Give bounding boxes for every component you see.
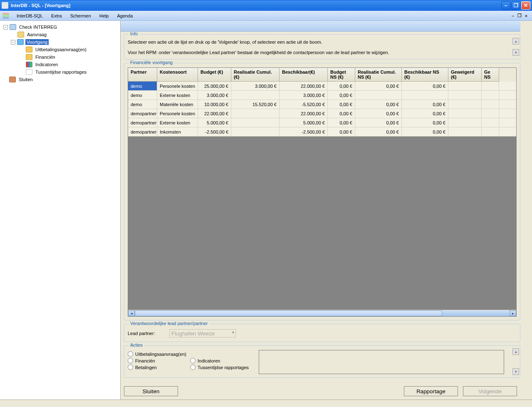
table-cell[interactable]: Personele kosten xyxy=(157,109,198,118)
table-cell[interactable]: 0,00 € xyxy=(328,127,355,136)
tree-node-root[interactable]: − Check INTERREG xyxy=(2,23,119,31)
tree-node-aanvraag[interactable]: Aanvraag xyxy=(2,31,119,38)
scroll-down-icon[interactable]: ▾ xyxy=(512,49,519,56)
radio-financien[interactable]: Financiën xyxy=(128,358,190,363)
table-cell[interactable]: Personele kosten xyxy=(157,82,198,90)
table-cell[interactable]: 0,00 € xyxy=(402,127,448,136)
table-cell[interactable] xyxy=(448,118,482,127)
table-cell[interactable]: 22.000,00 € xyxy=(280,82,328,90)
tree-node-indicatoren[interactable]: Indicatoren xyxy=(2,61,119,68)
menu-interdbsql[interactable]: InterDB-SQL xyxy=(12,12,47,20)
table-cell[interactable]: 0,00 € xyxy=(328,109,355,118)
navigation-tree[interactable]: − Check INTERREG Aanvraag − Voortgang Ui… xyxy=(0,21,121,400)
data-grid[interactable]: Partner Kostensoort Budget (€) Realisati… xyxy=(128,67,517,317)
table-cell[interactable]: -2.500,00 € xyxy=(198,127,231,136)
table-cell[interactable]: 10.000,00 € xyxy=(198,100,231,109)
table-cell[interactable]: demo xyxy=(128,91,157,99)
col-beschikbaar-ns[interactable]: Beschikbaar NS (€) xyxy=(402,68,448,82)
table-cell[interactable] xyxy=(231,109,280,118)
table-cell[interactable]: 0,00 € xyxy=(402,100,448,109)
table-cell[interactable] xyxy=(482,91,499,99)
table-cell[interactable]: 5.000,00 € xyxy=(198,118,231,127)
table-cell[interactable] xyxy=(231,91,280,99)
menu-help[interactable]: Help xyxy=(95,12,113,20)
table-cell[interactable]: 0,00 € xyxy=(328,82,355,90)
table-cell[interactable]: demo xyxy=(128,82,157,90)
table-cell[interactable]: -5.520,00 € xyxy=(280,100,328,109)
table-row[interactable]: demoExterne kosten3.000,00 €3.000,00 €0,… xyxy=(128,91,516,100)
table-cell[interactable]: demo xyxy=(128,100,157,109)
grid-hscrollbar[interactable]: ◂ ▸ xyxy=(128,310,516,316)
col-budget-ns[interactable]: Budget NS (€) xyxy=(328,68,355,82)
table-cell[interactable] xyxy=(482,109,499,118)
table-cell[interactable]: 0,00 € xyxy=(355,109,402,118)
table-cell[interactable] xyxy=(448,82,482,90)
col-beschikbaar[interactable]: Beschikbaar(€) xyxy=(280,68,328,82)
table-cell[interactable] xyxy=(402,91,448,99)
mdi-close[interactable]: × xyxy=(523,13,530,18)
col-kostensoort[interactable]: Kostensoort xyxy=(157,68,198,82)
col-realisatie-cumul[interactable]: Realisatie Cumul. (€) xyxy=(231,68,280,82)
table-cell[interactable] xyxy=(482,127,499,136)
scroll-thumb[interactable] xyxy=(135,310,442,316)
table-cell[interactable] xyxy=(482,100,499,109)
table-cell[interactable]: Externe kosten xyxy=(157,118,198,127)
table-cell[interactable]: 3.000,00 € xyxy=(198,91,231,99)
acties-scrollbar[interactable]: ▴ ▾ xyxy=(512,348,519,375)
expander-icon[interactable]: − xyxy=(11,40,15,45)
table-cell[interactable] xyxy=(355,91,402,99)
radio-input[interactable] xyxy=(190,365,195,370)
table-row[interactable]: demopartnerExterne kosten5.000,00 €5.000… xyxy=(128,118,516,127)
table-cell[interactable] xyxy=(448,100,482,109)
window-maximize-button[interactable]: ❐ xyxy=(511,1,520,10)
table-row[interactable]: demopartnerPersonele kosten22.000,00 €22… xyxy=(128,109,516,118)
table-cell[interactable]: 0,00 € xyxy=(402,118,448,127)
table-cell[interactable]: 0,00 € xyxy=(355,100,402,109)
radio-input[interactable] xyxy=(128,365,133,370)
scroll-up-icon[interactable]: ▴ xyxy=(512,38,519,45)
radio-betalingen[interactable]: Betalingen xyxy=(128,365,190,370)
table-cell[interactable]: 15.520,00 € xyxy=(231,100,280,109)
table-cell[interactable] xyxy=(448,109,482,118)
tree-node-sluiten[interactable]: Sluiten xyxy=(2,76,119,83)
tree-node-voortgang[interactable]: − Voortgang xyxy=(2,38,119,46)
col-geweigerd[interactable]: Geweigerd (€) xyxy=(448,68,482,82)
table-row[interactable]: demoPersonele kosten25.000,00 €3.000,00 … xyxy=(128,82,516,91)
table-cell[interactable]: 0,00 € xyxy=(355,127,402,136)
radio-input[interactable] xyxy=(128,351,133,357)
table-cell[interactable]: 3.000,00 € xyxy=(280,91,328,99)
table-cell[interactable] xyxy=(482,118,499,127)
radio-indicatoren[interactable]: Indicatoren xyxy=(190,358,259,363)
radio-input[interactable] xyxy=(128,358,133,363)
table-cell[interactable]: 0,00 € xyxy=(402,109,448,118)
scroll-down-icon[interactable]: ▾ xyxy=(512,368,519,375)
table-cell[interactable]: 3.000,00 € xyxy=(231,82,280,90)
scroll-up-icon[interactable]: ▴ xyxy=(512,348,519,355)
table-cell[interactable]: 0,00 € xyxy=(355,82,402,90)
table-cell[interactable]: 25.000,00 € xyxy=(198,82,231,90)
table-cell[interactable] xyxy=(231,127,280,136)
expander-icon[interactable]: − xyxy=(3,25,8,30)
scroll-right-icon[interactable]: ▸ xyxy=(510,310,516,316)
info-scrollbar[interactable]: ▴ ▾ xyxy=(512,38,519,56)
scroll-track[interactable] xyxy=(135,310,510,316)
table-cell[interactable]: 5.000,00 € xyxy=(280,118,328,127)
table-cell[interactable] xyxy=(448,91,482,99)
table-cell[interactable]: Externe kosten xyxy=(157,91,198,99)
col-budget[interactable]: Budget (€) xyxy=(198,68,231,82)
radio-input[interactable] xyxy=(190,358,195,363)
radio-uitbetaling[interactable]: Uitbetalingsaanvraag(en) xyxy=(128,351,190,357)
table-cell[interactable]: 0,00 € xyxy=(355,118,402,127)
table-cell[interactable]: 0,00 € xyxy=(402,82,448,90)
sluiten-button[interactable]: Sluiten xyxy=(124,386,178,396)
mdi-restore[interactable]: ❐ xyxy=(516,13,523,18)
window-minimize-button[interactable]: – xyxy=(501,1,510,10)
table-row[interactable]: demopartnerInkomsten-2.500,00 €-2.500,00… xyxy=(128,127,516,136)
col-partner[interactable]: Partner xyxy=(128,68,157,82)
table-cell[interactable]: demopartner xyxy=(128,118,157,127)
table-cell[interactable]: -2.500,00 € xyxy=(280,127,328,136)
table-cell[interactable]: 22.000,00 € xyxy=(280,109,328,118)
tree-node-rapportages[interactable]: Tussentijdse rapportages xyxy=(2,68,119,76)
table-cell[interactable]: Materiële kosten xyxy=(157,100,198,109)
table-cell[interactable] xyxy=(482,82,499,90)
